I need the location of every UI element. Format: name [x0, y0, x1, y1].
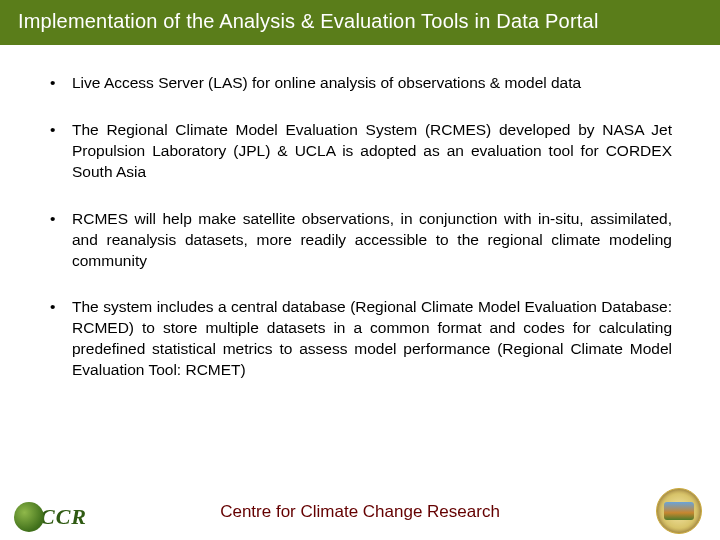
- slide-title-bar: Implementation of the Analysis & Evaluat…: [0, 0, 720, 45]
- content-area: • Live Access Server (LAS) for online an…: [0, 45, 720, 381]
- footer-bar: Centre for Climate Change Research: [0, 484, 720, 540]
- logo-emblem: [656, 488, 702, 534]
- emblem-inner-icon: [664, 502, 694, 520]
- bullet-text: Live Access Server (LAS) for online anal…: [72, 73, 672, 94]
- bullet-icon: •: [48, 120, 72, 183]
- bullet-text: The Regional Climate Model Evaluation Sy…: [72, 120, 672, 183]
- slide-title: Implementation of the Analysis & Evaluat…: [18, 10, 599, 32]
- list-item: • Live Access Server (LAS) for online an…: [48, 73, 672, 94]
- bullet-icon: •: [48, 209, 72, 272]
- list-item: • The system includes a central database…: [48, 297, 672, 381]
- bullet-icon: •: [48, 73, 72, 94]
- bullet-icon: •: [48, 297, 72, 381]
- footer-text: Centre for Climate Change Research: [220, 502, 500, 522]
- list-item: • RCMES will help make satellite observa…: [48, 209, 672, 272]
- list-item: • The Regional Climate Model Evaluation …: [48, 120, 672, 183]
- bullet-text: RCMES will help make satellite observati…: [72, 209, 672, 272]
- bullet-text: The system includes a central database (…: [72, 297, 672, 381]
